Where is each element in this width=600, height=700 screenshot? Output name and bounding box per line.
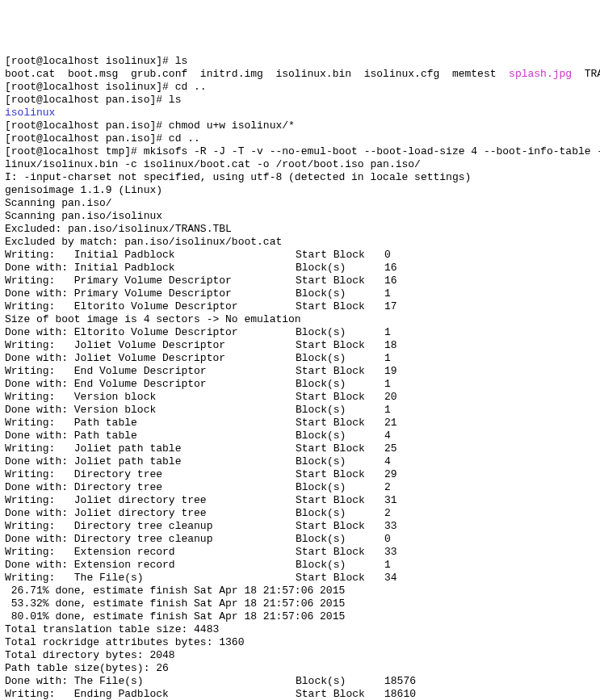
output-col: Writing: Path table [5, 417, 296, 430]
prompt: [root@localhost pan.iso]# [5, 132, 169, 145]
output-col: 1 [384, 352, 391, 364]
output-col: Block(s) [296, 533, 384, 546]
cmd: mkisofs -R -J -T -v --no-emul-boot --boo… [144, 145, 600, 157]
output-line: Excluded: pan.iso/isolinux/TRANS.TBL [5, 223, 232, 235]
output-col: Start Block [296, 546, 384, 559]
output-col: Start Block [296, 688, 384, 700]
output-col: Writing: Directory tree cleanup [5, 520, 296, 533]
output-line: Excluded by match: pan.iso/isolinux/boot… [5, 236, 282, 248]
output-col: Done with: Initial Padblock [5, 262, 296, 275]
output-col: 25 [384, 442, 397, 455]
output-col: Writing: Joliet Volume Descriptor [5, 339, 296, 352]
output-col: Done with: Directory tree cleanup [5, 533, 296, 546]
output-col: 17 [384, 300, 397, 312]
output-col: 29 [384, 468, 397, 480]
output-line: Total directory bytes: 2048 [5, 649, 175, 661]
output-col: Writing: The File(s) [5, 572, 296, 585]
output-col: Done with: Joliet path table [5, 455, 296, 468]
cmd: chmod u+w isolinux/* [169, 119, 295, 132]
output-col: Writing: Joliet directory tree [5, 494, 296, 507]
output-col: Writing: Eltorito Volume Descriptor [5, 300, 296, 313]
output-col: 33 [384, 520, 397, 532]
prompt: [root@localhost pan.iso]# [5, 119, 169, 132]
output-col: Start Block [296, 365, 384, 378]
output-col: Done with: Directory tree [5, 481, 296, 494]
output-col: Done with: End Volume Descriptor [5, 378, 296, 391]
output-col: 1 [384, 326, 391, 338]
output-col: 18576 [384, 675, 416, 687]
terminal-output[interactable]: [root@localhost isolinux]# ls boot.cat b… [5, 55, 600, 700]
output-col: 4 [384, 430, 391, 442]
output-col: Writing: Directory tree [5, 468, 296, 481]
output-col: Done with: Joliet directory tree [5, 507, 296, 520]
prompt: [root@localhost isolinux]# [5, 81, 175, 93]
output-col: Writing: Ending Padblock [5, 688, 296, 700]
output-col: Writing: Joliet path table [5, 442, 296, 455]
output-col: Start Block [296, 417, 384, 430]
output-col: 0 [384, 533, 391, 545]
output-line: Total translation table size: 4483 [5, 623, 219, 635]
cmd: cd .. [169, 132, 200, 145]
output-col: Writing: Initial Padblock [5, 249, 296, 262]
output-line: Path table size(bytes): 26 [5, 662, 169, 674]
output-col: Done with: Eltorito Volume Descriptor [5, 326, 296, 339]
cmd-cont: linux/isolinux.bin -c isolinux/boot.cat … [5, 158, 421, 170]
output-col: Block(s) [296, 675, 384, 688]
output-col: 1 [384, 559, 391, 571]
output-col: Block(s) [296, 507, 384, 520]
output-col: Block(s) [296, 481, 384, 494]
output-col: Start Block [296, 300, 384, 313]
output-line: Size of boot image is 4 sectors -> No em… [5, 313, 301, 325]
output-col: Start Block [296, 442, 384, 455]
output-col: Block(s) [296, 287, 384, 300]
output-col: Done with: Primary Volume Descriptor [5, 287, 296, 300]
output-col: Start Block [296, 391, 384, 404]
output-col: Block(s) [296, 430, 384, 442]
output-col: 1 [384, 404, 391, 416]
output-col: 20 [384, 391, 397, 403]
output-col: Start Block [296, 275, 384, 287]
output-line: Total rockridge attributes bytes: 1360 [5, 636, 244, 648]
output-col: Done with: Path table [5, 430, 296, 442]
file-image: splash.jpg [509, 68, 572, 80]
output-col: Start Block [296, 520, 384, 533]
cmd: ls [169, 94, 182, 106]
output-line: I: -input-charset not specified, using u… [5, 171, 471, 183]
output-col: 4 [384, 455, 391, 467]
output-col: Done with: Extension record [5, 559, 296, 572]
dir-link: isolinux [5, 107, 55, 119]
output-col: 31 [384, 494, 397, 506]
output-col: Writing: Version block [5, 391, 296, 404]
output-col: Done with: Version block [5, 404, 296, 417]
output-col: Block(s) [296, 352, 384, 365]
output-col: Block(s) [296, 262, 384, 275]
output-col: 16 [384, 262, 397, 274]
output-col: Block(s) [296, 559, 384, 572]
output-col: 1 [384, 378, 391, 390]
output-line: 26.71% done, estimate finish Sat Apr 18 … [5, 585, 345, 597]
output-col: 33 [384, 546, 397, 558]
output-col: 18 [384, 339, 397, 351]
cmd: cd .. [175, 81, 207, 93]
output-col: Block(s) [296, 378, 384, 391]
ls-output: TRANS.TBL ves [572, 68, 600, 80]
output-col: Start Block [296, 249, 384, 262]
prompt: [root@localhost tmp]# [5, 145, 144, 157]
prompt: [root@localhost pan.iso]# [5, 94, 169, 106]
cmd: ls [175, 55, 188, 67]
output-col: Done with: The File(s) [5, 675, 296, 688]
output-col: 18610 [384, 688, 416, 700]
output-col: Start Block [296, 339, 384, 352]
output-col: Start Block [296, 494, 384, 507]
output-col: Block(s) [296, 404, 384, 417]
output-col: 16 [384, 275, 397, 287]
output-line: 80.01% done, estimate finish Sat Apr 18 … [5, 610, 345, 622]
output-col: 2 [384, 481, 391, 493]
output-col: 21 [384, 417, 397, 429]
output-col: 19 [384, 365, 397, 377]
output-col: 0 [384, 249, 391, 261]
output-col: Writing: End Volume Descriptor [5, 365, 296, 378]
output-col: Block(s) [296, 326, 384, 339]
output-line: 53.32% done, estimate finish Sat Apr 18 … [5, 597, 345, 610]
output-col: Done with: Joliet Volume Descriptor [5, 352, 296, 365]
